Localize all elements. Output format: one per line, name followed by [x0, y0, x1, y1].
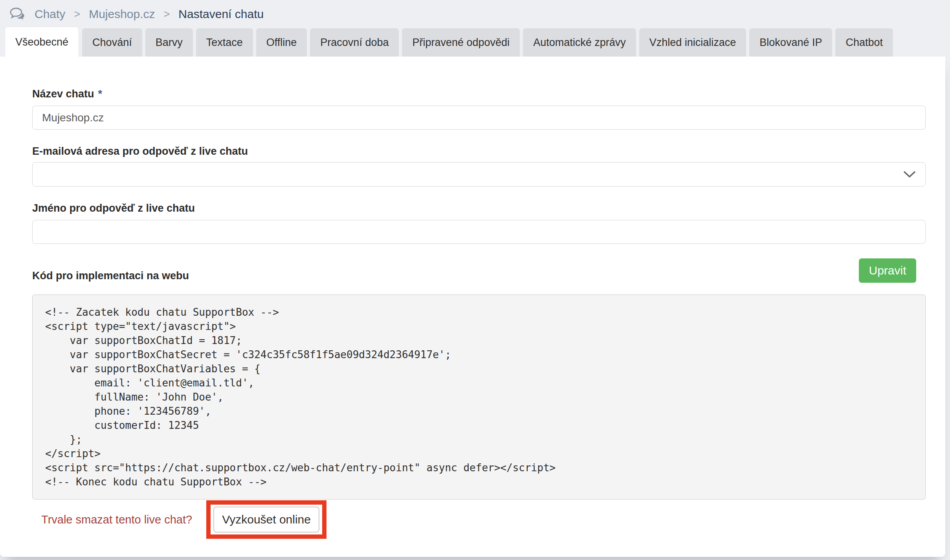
tab-pripravene-odpovedi[interactable]: Připravené odpovědi	[402, 28, 520, 57]
delete-chat-link[interactable]: Trvale smazat tento live chat?	[41, 513, 192, 526]
tab-vzhled-inicializace[interactable]: Vzhled inicializace	[639, 28, 746, 57]
chat-name-label: Název chatu*	[32, 88, 926, 100]
breadcrumb-current-page: Nastavení chatu	[178, 7, 264, 21]
tab-vseobecne[interactable]: Všeobecné	[5, 27, 79, 58]
chat-name-input[interactable]	[32, 106, 926, 130]
reply-email-label: E-mailová adresa pro odpověď z live chat…	[32, 145, 926, 157]
reply-name-label: Jméno pro odpověď z live chatu	[32, 202, 926, 214]
embed-code-block[interactable]: <!-- Zacatek kodu chatu SupportBox --> <…	[32, 295, 926, 500]
red-highlight-annotation: Vyzkoušet online	[206, 500, 326, 539]
breadcrumb-mujeshop[interactable]: Mujeshop.cz	[89, 7, 155, 21]
tab-chatbot[interactable]: Chatbot	[835, 28, 893, 57]
try-online-button[interactable]: Vyzkoušet online	[213, 507, 319, 533]
tab-textace[interactable]: Textace	[196, 28, 253, 57]
chat-name-label-text: Název chatu	[32, 88, 94, 100]
tab-chovani[interactable]: Chování	[82, 28, 142, 57]
breadcrumb-separator: >	[164, 8, 170, 20]
reply-name-input[interactable]	[32, 220, 926, 244]
chevron-down-icon	[902, 170, 917, 179]
required-asterisk: *	[98, 88, 103, 100]
breadcrumb-chaty[interactable]: Chaty	[35, 7, 65, 21]
footer-actions: Trvale smazat tento live chat? Vyzkoušet…	[32, 500, 926, 539]
embed-code-label: Kód pro implementaci na webu	[32, 270, 189, 283]
breadcrumb-separator: >	[74, 8, 80, 20]
edit-code-button[interactable]: Upravit	[859, 258, 916, 283]
breadcrumb: Chaty > Mujeshop.cz > Nastavení chatu	[0, 0, 945, 26]
tab-barvy[interactable]: Barvy	[145, 28, 193, 57]
settings-tab-bar: Všeobecné Chování Barvy Textace Offline …	[0, 26, 945, 57]
tab-blokovane-ip[interactable]: Blokované IP	[749, 28, 832, 57]
tab-pracovni-doba[interactable]: Pracovní doba	[310, 28, 399, 57]
reply-email-select[interactable]	[32, 162, 926, 187]
chat-settings-page: Chaty > Mujeshop.cz > Nastavení chatu Vš…	[0, 0, 945, 557]
tab-automaticke-zpravy[interactable]: Automatické zprávy	[523, 28, 636, 57]
chat-bubbles-icon	[9, 6, 26, 22]
tab-offline[interactable]: Offline	[256, 28, 307, 57]
general-settings-panel: Název chatu* E-mailová adresa pro odpově…	[0, 57, 945, 557]
embed-code-header-row: Kód pro implementaci na webu Upravit	[32, 258, 926, 283]
